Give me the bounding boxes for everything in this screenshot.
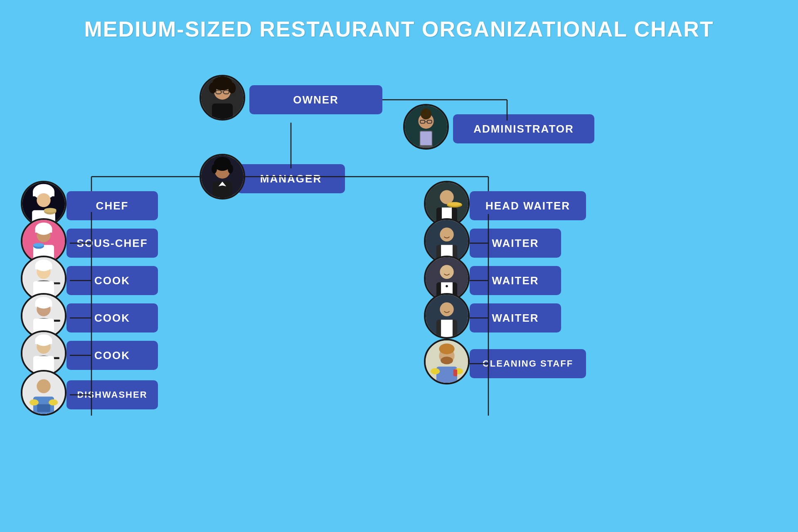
svg-point-95 <box>440 265 453 279</box>
administrator-box: ADMINISTRATOR <box>453 114 594 143</box>
svg-point-51 <box>35 222 52 235</box>
org-chart: OWNER ADMINISTRATOR <box>0 50 798 532</box>
svg-rect-25 <box>212 103 233 119</box>
svg-rect-82 <box>37 404 50 412</box>
chef-box: CHEF <box>66 191 158 220</box>
owner-avatar <box>200 75 245 121</box>
cook2-box: COOK <box>66 303 158 332</box>
svg-point-38 <box>212 164 217 173</box>
owner-box: OWNER <box>249 85 382 114</box>
svg-point-21 <box>228 83 236 94</box>
svg-point-48 <box>44 208 57 212</box>
page-title: MEDIUM-SIZED RESTAURANT ORGANIZATIONAL C… <box>0 0 798 50</box>
administrator-avatar <box>403 104 449 150</box>
cleaning-staff-avatar <box>424 339 470 384</box>
svg-rect-73 <box>35 340 52 344</box>
svg-point-20 <box>209 83 217 94</box>
svg-point-89 <box>448 202 461 206</box>
svg-point-99 <box>446 285 448 288</box>
svg-rect-52 <box>35 229 52 232</box>
svg-rect-59 <box>35 265 52 269</box>
waiter3-avatar <box>424 293 470 339</box>
svg-point-91 <box>440 228 453 241</box>
svg-rect-34 <box>420 131 432 145</box>
waiter2-box: WAITER <box>470 266 561 295</box>
svg-point-78 <box>37 379 50 393</box>
cook3-avatar <box>21 330 66 376</box>
manager-avatar <box>200 154 245 200</box>
dishwasher-avatar <box>21 370 66 416</box>
sous-chef-box: SOUS-CHEF <box>66 229 158 258</box>
svg-point-101 <box>440 303 453 316</box>
svg-point-107 <box>439 343 454 354</box>
waiter1-box: WAITER <box>470 229 561 258</box>
svg-point-81 <box>49 399 58 406</box>
svg-rect-103 <box>441 320 453 337</box>
head-waiter-box: HEAD WAITER <box>470 191 586 220</box>
svg-rect-111 <box>453 369 457 377</box>
svg-point-106 <box>441 357 453 365</box>
waiter3-box: WAITER <box>470 303 561 332</box>
svg-point-55 <box>33 243 44 247</box>
svg-point-84 <box>440 190 453 204</box>
svg-point-39 <box>228 164 233 173</box>
svg-rect-66 <box>35 303 52 306</box>
svg-point-109 <box>431 368 440 374</box>
cook1-box: COOK <box>66 266 158 295</box>
cleaning-staff-box: CLEANING STAFF <box>470 349 586 378</box>
svg-point-45 <box>37 193 50 207</box>
svg-point-29 <box>423 108 430 115</box>
manager-box: MANAGER <box>237 164 345 193</box>
cook3-box: COOK <box>66 341 158 370</box>
svg-point-80 <box>30 399 39 406</box>
dishwasher-box: DISHWASHER <box>66 380 158 409</box>
